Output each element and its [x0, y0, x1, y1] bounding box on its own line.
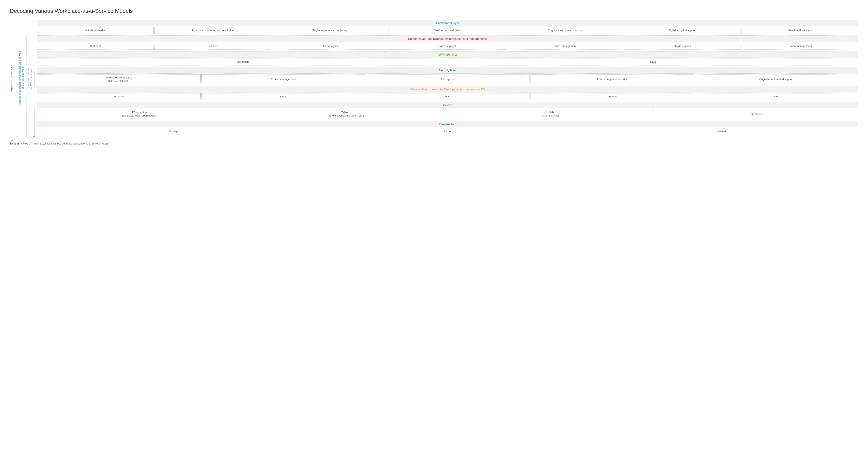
table-cell: Application: [37, 59, 447, 65]
layer-support-row: Self-heal Self-help User analytics 24X7 …: [37, 43, 858, 50]
logo-caret-icon: ^: [10, 139, 14, 143]
layer-infrastructure-row: Storage Server Network: [37, 128, 858, 135]
layer-platform-row: Windows Linux Mac Android iOS: [37, 93, 858, 100]
layer-infrastructure: Infrastructure Storage Server Network: [37, 121, 858, 135]
logo: ^ Everest Group®: [10, 139, 32, 145]
table-cell: Automated compliance (HIPPA, PCI, etc.): [37, 74, 200, 85]
table-cell: Asset management: [507, 43, 623, 50]
page-title: Decoding Various Workplace-as-a-Service …: [10, 8, 858, 14]
layer-device-row: PC or laptop (windows, Mac, Ubuntu, etc.…: [37, 109, 858, 119]
layer-enablement-row: XLA dashboarding Proactive monitoring an…: [37, 27, 858, 34]
table-cell: Tablet (Android, iPads, Fire tablet, etc…: [243, 109, 447, 119]
logo-mark: ®: [30, 141, 32, 143]
layer-security-row: Automated compliance (HIPPA, PCI, etc.) …: [37, 74, 858, 85]
table-cell: Storage: [37, 128, 310, 135]
layer-support: Support layer (deployment, maintenance, …: [37, 35, 858, 50]
bracket-desktop: Desktop as a service or workspace as a s…: [18, 20, 26, 137]
footer: ^ Everest Group® Tech Bytes for Business…: [10, 139, 858, 145]
table-cell: Data: [448, 59, 858, 65]
bracket-experience: Experience as a service: [10, 20, 18, 137]
table-cell: User analytics: [272, 43, 389, 50]
table-cell: Mobile (Android, iOS): [448, 109, 653, 119]
layer-software-header: Software layer: [37, 51, 858, 58]
layer-platform-header: Platform layer (owned by DaaS provider o…: [37, 86, 858, 93]
layer-infrastructure-header: Infrastructure: [37, 121, 858, 127]
bracket-experience-line: [17, 20, 18, 137]
table-cell: Self-heal: [37, 43, 154, 50]
layer-device-header: Device: [37, 102, 858, 108]
layer-software: Software layer Application Data: [37, 51, 858, 65]
table-cell: Device management: [742, 43, 858, 50]
table-cell: Health and wellness: [742, 27, 858, 34]
layer-support-header: Support layer (deployment, maintenance, …: [37, 35, 858, 42]
layer-security-header: Security layer: [37, 67, 858, 73]
table-cell: XLA dashboarding: [37, 27, 154, 34]
table-cell: Thin clients: [654, 109, 858, 119]
table-cell: 24X7 helpdesk: [389, 43, 506, 50]
table-cell: Windows: [37, 93, 200, 100]
footer-subtitle: Tech Bytes for Business Leaders: Workpla…: [34, 142, 109, 145]
table-cell: Service personalization: [389, 27, 506, 34]
diagram: Experience as a service Desktop as a ser…: [10, 20, 858, 137]
table-cell: Server: [311, 128, 584, 135]
layer-device: Device PC or laptop (windows, Mac, Ubunt…: [37, 102, 858, 119]
table-cell: Encryption: [366, 74, 529, 85]
table-cell: PC or laptop (windows, Mac, Ubuntu, etc.…: [37, 109, 242, 119]
table-cell: Android: [530, 93, 694, 100]
layer-enablement: Enablement layer XLA dashboarding Proact…: [37, 20, 858, 34]
table-cell: Proactive monitoring and resolution: [154, 27, 271, 34]
table-cell: Enterprise-grade security: [530, 74, 694, 85]
table-cell: Digital adoption support: [624, 27, 741, 34]
bracket-device: Device as a service or PC-as-a-service: [26, 20, 35, 137]
table-cell: Cognitive automated support: [507, 27, 623, 34]
layers-container: Enablement layer XLA dashboarding Proact…: [37, 20, 858, 137]
bracket-desktop-line: [25, 37, 26, 137]
bracket-device-line: [33, 71, 35, 137]
table-cell: Digital experience monitoring: [272, 27, 389, 34]
table-cell: Mac: [366, 93, 529, 100]
table-cell: Self-help: [154, 43, 271, 50]
table-cell: iOS: [694, 93, 858, 100]
table-cell: Onsite support: [624, 43, 741, 50]
layer-security: Security layer Automated compliance (HIP…: [37, 67, 858, 85]
table-cell: Network: [585, 128, 858, 135]
layer-software-row: Application Data: [37, 59, 858, 65]
brackets-column: Experience as a service Desktop as a ser…: [10, 20, 35, 137]
table-cell: Access management: [202, 74, 365, 85]
table-cell: Cognitive automated support: [694, 74, 858, 85]
layer-platform: Platform layer (owned by DaaS provider o…: [37, 86, 858, 100]
table-cell: Linux: [202, 93, 365, 100]
layer-enablement-header: Enablement layer: [37, 20, 858, 26]
